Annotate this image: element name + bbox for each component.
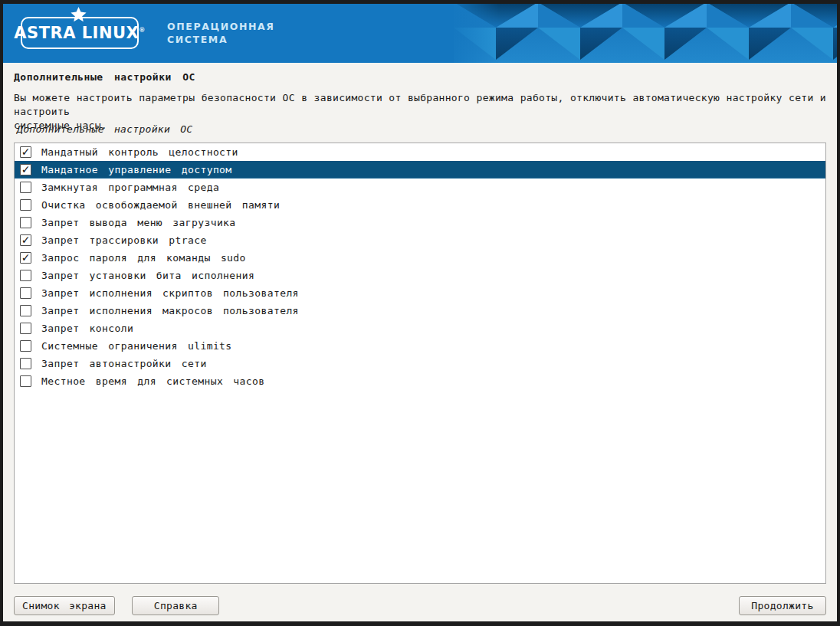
option-label: Запрет вывода меню загрузчика (41, 217, 236, 228)
list-item[interactable]: ✓ Замкнутая программная среда (15, 179, 825, 196)
list-item[interactable]: ✓ Запрет исполнения макросов пользовател… (15, 302, 825, 320)
checkmark-icon: ✓ (21, 146, 31, 157)
checkbox-icon[interactable]: ✓ (20, 375, 31, 387)
checkmark-icon: ✓ (21, 234, 31, 245)
pattern-fade (446, 4, 500, 63)
option-label: Запрет автонастройки сети (41, 358, 207, 369)
list-item[interactable]: ✓ Мандатный контроль целостности (15, 143, 825, 161)
description-line-1: Вы можете настроить параметры безопаснос… (14, 91, 826, 119)
brand-line2: СИСТЕМА (167, 33, 275, 46)
list-item[interactable]: ✓ Мандатное управление доступом (15, 161, 825, 179)
option-label: Системные ограничения ulimits (41, 340, 232, 352)
option-label: Замкнутая программная среда (41, 182, 219, 193)
list-item[interactable]: ✓ Запрос пароля для команды sudo (15, 249, 825, 267)
list-item[interactable]: ✓ Запрет трассировки ptrace (15, 231, 825, 249)
option-label: Запрет исполнения макросов пользователя (41, 305, 299, 316)
options-list[interactable]: ✓ Мандатный контроль целостности ✓ Манда… (14, 143, 826, 584)
registered-mark-icon: ® (139, 27, 146, 34)
help-button[interactable]: Справка (132, 596, 219, 615)
list-item[interactable]: ✓ Очистка освобождаемой внешней памяти (15, 196, 825, 214)
option-label: Мандатный контроль целостности (41, 146, 238, 158)
option-label: Запрет трассировки ptrace (41, 234, 207, 246)
installer-window: ASTRA LINUX® ОПЕРАЦИОННАЯ СИСТЕМА Дополн… (0, 0, 840, 626)
checkbox-icon[interactable]: ✓ (20, 305, 31, 316)
option-label: Очистка освобождаемой внешней памяти (41, 199, 280, 211)
header-banner: ASTRA LINUX® ОПЕРАЦИОННАЯ СИСТЕМА (3, 4, 837, 63)
screenshot-button[interactable]: Снимок экрана (14, 596, 115, 615)
option-label: Запрет установки бита исполнения (41, 270, 254, 281)
checkbox-icon[interactable]: ✓ (20, 146, 31, 158)
list-item[interactable]: ✓ Запрет автонастройки сети (15, 355, 825, 372)
checkbox-icon[interactable]: ✓ (20, 358, 31, 369)
checkbox-icon[interactable]: ✓ (20, 340, 31, 352)
checkbox-icon[interactable]: ✓ (20, 164, 31, 175)
star-icon (71, 7, 87, 22)
option-label: Мандатное управление доступом (41, 164, 232, 175)
option-label: Местное время для системных часов (41, 375, 264, 387)
list-item[interactable]: ✓ Запрет установки бита исполнения (15, 267, 825, 284)
brand-text: ОПЕРАЦИОННАЯ СИСТЕМА (167, 20, 275, 46)
checkbox-icon[interactable]: ✓ (20, 217, 31, 228)
list-item[interactable]: ✓ Местное время для системных часов (15, 372, 825, 390)
page-title: Дополнительные настройки ОС (14, 71, 826, 83)
options-group-label: Дополнительные настройки ОС (17, 123, 826, 135)
logo-text: ASTRA LINUX® (14, 24, 145, 42)
checkbox-icon[interactable]: ✓ (20, 252, 31, 264)
checkbox-icon[interactable]: ✓ (20, 199, 31, 211)
list-item[interactable]: ✓ Системные ограничения ulimits (15, 337, 825, 355)
checkbox-icon[interactable]: ✓ (20, 323, 31, 334)
list-item[interactable]: ✓ Запрет исполнения скриптов пользовател… (15, 284, 825, 302)
checkmark-icon: ✓ (21, 164, 31, 175)
continue-button[interactable]: Продолжить (739, 596, 826, 615)
list-item[interactable]: ✓ Запрет консоли (15, 320, 825, 337)
main-content: Дополнительные настройки ОС Вы можете на… (3, 63, 837, 621)
button-bar: Снимок экрана Справка Продолжить (14, 596, 826, 615)
checkbox-icon[interactable]: ✓ (20, 287, 31, 299)
checkbox-icon[interactable]: ✓ (20, 234, 31, 246)
option-label: Запрос пароля для команды sudo (41, 252, 246, 264)
option-label: Запрет исполнения скриптов пользователя (41, 287, 299, 299)
option-label: Запрет консоли (41, 323, 133, 334)
checkbox-icon[interactable]: ✓ (20, 270, 31, 281)
list-item[interactable]: ✓ Запрет вывода меню загрузчика (15, 214, 825, 231)
brand-line1: ОПЕРАЦИОННАЯ (167, 20, 275, 33)
checkmark-icon: ✓ (21, 252, 31, 263)
checkbox-icon[interactable]: ✓ (20, 182, 31, 193)
header-diamond-pattern (454, 4, 837, 63)
